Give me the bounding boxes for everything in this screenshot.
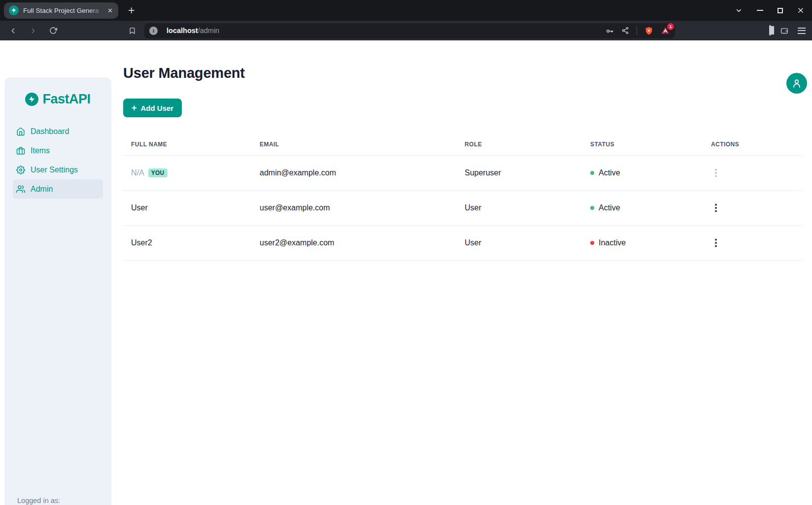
fastapi-logo: FastAPI [4, 92, 111, 107]
full-name-value: N/A [131, 168, 144, 177]
users-table: FULL NAME EMAIL ROLE STATUS ACTIONS N/AY… [123, 134, 803, 261]
logo-text: FastAPI [42, 92, 90, 107]
add-user-button[interactable]: + Add User [123, 99, 182, 117]
fastapi-bolt-icon [25, 93, 38, 106]
table-row: User2 user2@example.com User Inactive [123, 226, 803, 261]
sidebar-item-items[interactable]: Items [13, 141, 103, 160]
col-header-status: STATUS [582, 134, 703, 156]
tab-search-chevron-icon[interactable] [735, 7, 743, 14]
cell-full-name: N/AYOU [123, 156, 252, 191]
table-row: N/AYOU admin@example.com Superuser Activ… [123, 156, 803, 191]
add-user-label: Add User [141, 104, 174, 112]
status-value: Inactive [599, 238, 626, 247]
row-actions-kebab-icon[interactable] [711, 201, 721, 215]
status-dot-inactive [590, 241, 594, 245]
status-dot-active [590, 171, 594, 175]
maximize-button[interactable] [778, 8, 783, 13]
status-value: Active [599, 203, 620, 212]
share-icon[interactable] [621, 27, 629, 34]
window-controls [735, 0, 804, 21]
fastapi-favicon-icon [9, 5, 19, 15]
user-icon [791, 78, 802, 89]
sidebar-item-label: User Settings [31, 166, 78, 174]
url-path: /admin [198, 27, 220, 34]
brave-rewards-icon[interactable]: 1 [661, 26, 670, 35]
cell-email: user@example.com [252, 191, 457, 226]
sidebar-toggle-icon[interactable] [769, 26, 771, 35]
you-badge: YOU [148, 168, 168, 178]
sidebar-item-label: Dashboard [31, 127, 69, 136]
cell-email: user2@example.com [252, 226, 457, 261]
sidebar-item-admin[interactable]: Admin [13, 179, 103, 199]
row-actions-kebab-icon[interactable] [711, 166, 721, 180]
cell-role: User [457, 226, 582, 261]
close-window-button[interactable] [797, 7, 804, 14]
cell-status: Active [582, 156, 703, 191]
tab-close-icon[interactable]: ✕ [106, 6, 114, 15]
password-key-icon[interactable] [606, 27, 614, 35]
menu-icon[interactable] [798, 28, 806, 34]
wallet-icon[interactable] [780, 27, 789, 35]
toolbar-separator [637, 27, 637, 35]
users-icon [16, 185, 25, 194]
sidebar: FastAPI Dashboard Items User Settings [4, 77, 111, 505]
user-menu-button[interactable] [786, 73, 807, 94]
sidebar-item-label: Admin [31, 185, 53, 194]
minimize-button[interactable] [757, 10, 763, 11]
brave-shield-icon[interactable] [644, 26, 653, 35]
sidebar-item-dashboard[interactable]: Dashboard [13, 122, 103, 141]
table-row: User user@example.com User Active [123, 191, 803, 226]
sidebar-item-user-settings[interactable]: User Settings [13, 160, 103, 179]
tab-title: Full Stack Project Genera [23, 7, 104, 14]
sidebar-footer: Logged in as: admin@example.com [17, 496, 86, 505]
sidebar-item-label: Items [31, 146, 50, 155]
col-header-email: EMAIL [252, 134, 457, 156]
reload-button[interactable] [47, 24, 60, 37]
status-value: Active [599, 168, 620, 177]
cell-role: Superuser [457, 156, 582, 191]
cell-status: Inactive [582, 226, 703, 261]
back-button[interactable] [6, 24, 19, 37]
page: FastAPI Dashboard Items User Settings [0, 66, 812, 505]
cell-actions [703, 156, 803, 191]
gear-icon [16, 166, 25, 174]
new-tab-button[interactable]: + [128, 5, 135, 16]
cell-actions [703, 226, 803, 261]
rewards-badge: 1 [667, 23, 674, 30]
forward-button[interactable] [27, 24, 39, 37]
main-content: User Management + Add User FULL NAME EMA… [111, 66, 812, 261]
cell-status: Active [582, 191, 703, 226]
page-title: User Management [123, 66, 803, 80]
cell-full-name: User [123, 191, 252, 226]
cell-actions [703, 191, 803, 226]
browser-tab-bar: Full Stack Project Genera ✕ + [0, 0, 812, 21]
url-host: localhost [167, 27, 198, 34]
sidebar-nav: Dashboard Items User Settings Admin [4, 122, 111, 199]
row-actions-kebab-icon[interactable] [711, 236, 721, 250]
cell-email: admin@example.com [252, 156, 457, 191]
status-dot-active [590, 206, 594, 210]
cell-role: User [457, 191, 582, 226]
url-text[interactable]: localhost/admin [167, 27, 606, 34]
browser-toolbar: i localhost/admin 1 [0, 21, 812, 40]
col-header-full-name: FULL NAME [123, 134, 252, 156]
cell-full-name: User2 [123, 226, 252, 261]
col-header-role: ROLE [457, 134, 582, 156]
briefcase-icon [16, 146, 25, 155]
address-bar[interactable]: i localhost/admin 1 [144, 23, 675, 38]
browser-tab[interactable]: Full Stack Project Genera ✕ [4, 2, 118, 19]
site-info-icon[interactable]: i [149, 27, 158, 35]
plus-icon: + [132, 103, 137, 112]
bookmark-icon[interactable] [126, 24, 138, 37]
table-header-row: FULL NAME EMAIL ROLE STATUS ACTIONS [123, 134, 803, 156]
col-header-actions: ACTIONS [703, 134, 803, 156]
home-icon [16, 127, 25, 136]
logged-in-label: Logged in as: [17, 496, 86, 505]
